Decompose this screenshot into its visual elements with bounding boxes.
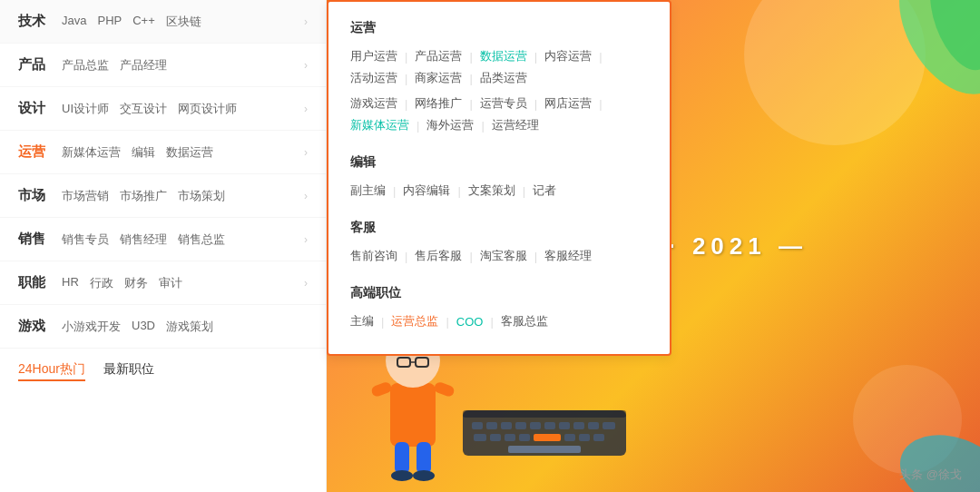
sidebar-tag[interactable]: 产品总监 (62, 57, 109, 74)
sidebar: 技术JavaPHPC++区块链›产品产品总监产品经理›设计UI设计师交互设计网页… (0, 0, 327, 492)
sidebar-item-设计[interactable]: 设计UI设计师交互设计网页设计师› (0, 87, 326, 131)
dropdown-tag[interactable]: 运营经理 (492, 114, 539, 136)
dropdown-tag[interactable]: 网店运营 (544, 93, 592, 114)
sidebar-tag[interactable]: 销售经理 (120, 231, 167, 248)
sidebar-tag[interactable]: C++ (132, 14, 155, 30)
sidebar-bottom-hot[interactable]: 24Hour热门 (18, 361, 85, 381)
sidebar-category-label: 设计 (18, 100, 51, 117)
sidebar-tag[interactable]: 游戏策划 (166, 319, 213, 335)
dropdown-separator: | (469, 97, 472, 111)
sidebar-tags: 新媒体运营编辑数据运营 (62, 144, 304, 161)
dropdown-tag[interactable]: 用户运营 (350, 45, 397, 67)
svg-rect-30 (519, 434, 530, 441)
dropdown-tag[interactable]: 记者 (533, 180, 556, 202)
dropdown-tag-row: 用户运营|产品运营|数据运营|内容运营|活动运营|商家运营|品类运营 (350, 45, 648, 89)
dropdown-separator: | (405, 250, 407, 263)
chevron-right-icon: › (304, 146, 308, 159)
sidebar-tag[interactable]: 产品经理 (120, 57, 167, 74)
sidebar-tag[interactable]: 编辑 (132, 144, 155, 161)
dropdown-tag[interactable]: 主编 (350, 310, 374, 332)
dropdown-separator: | (469, 250, 472, 263)
dropdown-tag[interactable]: 游戏运营 (350, 93, 397, 114)
sidebar-item-技术[interactable]: 技术JavaPHPC++区块链› (0, 0, 326, 44)
dropdown-tag[interactable]: 运营总监 (391, 310, 438, 332)
dropdown-separator: | (599, 50, 602, 64)
sidebar-tag[interactable]: 区块链 (166, 14, 201, 30)
svg-rect-23 (559, 422, 570, 429)
dropdown-tag[interactable]: 网络推广 (415, 93, 462, 114)
dropdown-tag[interactable]: 数据运营 (480, 45, 527, 67)
sidebar-category-label: 销售 (18, 231, 51, 248)
dropdown-tag[interactable]: 内容运营 (544, 45, 592, 67)
dropdown-tag[interactable]: 客服经理 (544, 245, 592, 267)
sidebar-tag[interactable]: 新媒体运营 (62, 144, 121, 161)
sidebar-category-label: 运营 (18, 143, 51, 161)
sidebar-tag[interactable]: 交互设计 (120, 101, 167, 117)
sidebar-tag[interactable]: 市场策划 (178, 188, 225, 204)
svg-rect-19 (501, 422, 512, 429)
dropdown-tag[interactable]: 海外运营 (426, 114, 474, 136)
sidebar-category-label: 市场 (18, 187, 51, 204)
dropdown-tag[interactable]: 产品运营 (415, 45, 462, 67)
sidebar-tags: 销售专员销售经理销售总监 (62, 231, 304, 248)
dropdown-tag[interactable]: 品类运营 (480, 67, 527, 89)
sidebar-tag[interactable]: 行政 (90, 275, 113, 291)
svg-rect-9 (395, 442, 409, 474)
dropdown-panel: 运营用户运营|产品运营|数据运营|内容运营|活动运营|商家运营|品类运营游戏运营… (327, 0, 671, 356)
sidebar-tag[interactable]: 销售总监 (178, 231, 225, 248)
sidebar-tags: 小游戏开发U3D游戏策划 (62, 319, 308, 335)
sidebar-tag[interactable]: HR (62, 275, 79, 291)
dropdown-tag[interactable]: 售后客服 (415, 245, 462, 267)
sidebar-tag[interactable]: U3D (132, 319, 155, 335)
dropdown-tag-row: 副主编|内容编辑|文案策划|记者 (350, 180, 648, 202)
sidebar-item-产品[interactable]: 产品产品总监产品经理› (0, 44, 326, 87)
dropdown-tag[interactable]: 客服总监 (501, 310, 548, 332)
sidebar-bottom: 24Hour热门 最新职位 (0, 349, 326, 394)
svg-point-12 (413, 470, 435, 481)
dropdown-tag[interactable]: 活动运营 (350, 67, 397, 89)
dropdown-tag-row: 主编|运营总监|COO|客服总监 (350, 310, 648, 332)
dropdown-section-title: 客服 (350, 220, 648, 236)
svg-rect-35 (508, 446, 581, 453)
keyboard-deco (454, 392, 635, 465)
svg-rect-3 (390, 383, 436, 447)
sidebar-item-销售[interactable]: 销售销售专员销售经理销售总监› (0, 218, 326, 261)
sidebar-tag[interactable]: 销售专员 (62, 231, 109, 248)
sidebar-tag[interactable]: 小游戏开发 (62, 319, 121, 335)
svg-rect-24 (573, 422, 584, 429)
dropdown-tag[interactable]: 运营专员 (480, 93, 527, 114)
sidebar-item-职能[interactable]: 职能HR行政财务审计› (0, 261, 326, 305)
dropdown-tag[interactable]: 售前咨询 (350, 245, 397, 267)
dropdown-tag[interactable]: 副主编 (350, 180, 386, 202)
sidebar-tag[interactable]: 市场推广 (120, 188, 167, 204)
sidebar-tag[interactable]: UI设计师 (62, 101, 109, 117)
chevron-right-icon: › (304, 59, 308, 72)
dropdown-section-title: 高端职位 (350, 285, 648, 301)
sidebar-tag[interactable]: 市场营销 (62, 188, 109, 204)
dropdown-tag[interactable]: 商家运营 (415, 67, 462, 89)
sidebar-tag[interactable]: 财务 (124, 275, 148, 291)
dropdown-section-0: 运营用户运营|产品运营|数据运营|内容运营|活动运营|商家运营|品类运营游戏运营… (350, 20, 648, 136)
dropdown-separator: | (446, 315, 448, 329)
sidebar-bottom-new[interactable]: 最新职位 (103, 361, 154, 381)
sidebar-tags: HR行政财务审计 (62, 275, 304, 291)
dropdown-separator: | (534, 50, 537, 64)
svg-rect-22 (544, 422, 555, 429)
svg-rect-29 (505, 434, 515, 441)
sidebar-tag[interactable]: PHP (97, 14, 122, 30)
sidebar-item-运营[interactable]: 运营新媒体运营编辑数据运营› (0, 131, 326, 174)
sidebar-tag[interactable]: 数据运营 (166, 144, 213, 161)
sidebar-item-游戏[interactable]: 游戏小游戏开发U3D游戏策划 (0, 305, 326, 349)
dropdown-tag[interactable]: 淘宝客服 (480, 245, 527, 267)
sidebar-tag[interactable]: 网页设计师 (178, 101, 237, 117)
svg-rect-14 (433, 380, 456, 398)
sidebar-tag[interactable]: 审计 (159, 275, 182, 291)
sidebar-tag[interactable]: Java (62, 14, 86, 30)
dropdown-tag[interactable]: COO (456, 312, 484, 331)
dropdown-separator: | (393, 184, 396, 198)
sidebar-item-市场[interactable]: 市场市场营销市场推广市场策划› (0, 174, 326, 218)
dropdown-tag[interactable]: 文案策划 (468, 180, 515, 202)
dropdown-tag[interactable]: 内容编辑 (403, 180, 450, 202)
dropdown-tag[interactable]: 新媒体运营 (350, 114, 409, 136)
svg-point-11 (391, 470, 413, 481)
